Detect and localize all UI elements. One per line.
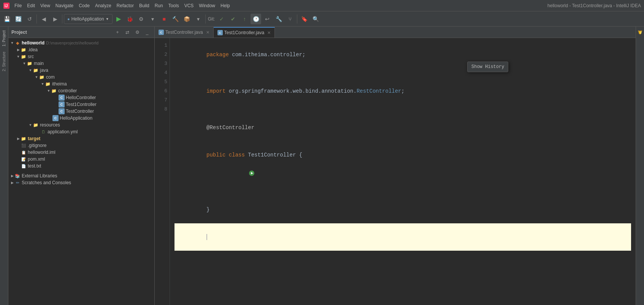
tree-item-iml[interactable]: 📋 helloworld.iml [8, 149, 154, 156]
tree-item-gitignore[interactable]: ⬛ .gitignore [8, 142, 154, 149]
folder-icon-java: 📁 [33, 67, 39, 73]
git-commit-button[interactable]: ✔ [228, 14, 238, 24]
menu-code[interactable]: Code [76, 2, 92, 9]
tree-item-test-txt[interactable]: 📄 test.txt [8, 163, 154, 169]
git-history-button[interactable]: 🕐 [251, 14, 261, 24]
forward-button[interactable]: ▶ [50, 14, 60, 24]
run-config-arrow: ▼ [106, 17, 109, 21]
git-label: Git: [208, 16, 215, 22]
git-branches-button[interactable]: ⑂ [285, 14, 295, 24]
menu-help[interactable]: Help [218, 2, 232, 9]
tree-item-test-controller[interactable]: C TestController [8, 108, 154, 115]
tab-test1-controller[interactable]: C Test1Controller.java ✕ [214, 27, 275, 38]
tasks-button[interactable]: ▾ [193, 14, 204, 24]
project-panel-settings-button[interactable]: ⚙ [133, 28, 141, 36]
tree-item-resources[interactable]: ▼ 📁 resources [8, 122, 154, 128]
tab-close-test-controller[interactable]: ✕ [206, 30, 209, 35]
folder-icon-main: 📁 [27, 60, 33, 66]
tree-arrow-java: ▼ [28, 68, 33, 72]
code-line-8[interactable] [174, 223, 631, 251]
tree-item-root[interactable]: ▼ ◆ helloworld D:\mavenprojects\hellowor… [8, 40, 154, 46]
tab-close-test1-controller[interactable]: ✕ [267, 30, 271, 35]
tree-item-java[interactable]: ▼ 📁 java [8, 67, 154, 74]
tree-item-main[interactable]: ▼ 📁 main [8, 60, 154, 67]
tree-item-pom[interactable]: 📝 pom.xml [8, 156, 154, 163]
menu-vcs[interactable]: VCS [182, 2, 196, 9]
project-panel-header: Project + ⇄ ⚙ _ [8, 27, 154, 38]
git-annotate-button[interactable]: 🔧 [273, 14, 284, 24]
menu-bar: File Edit View Navigate Code Analyze Ref… [12, 2, 547, 9]
menu-refactor[interactable]: Refactor [114, 2, 136, 9]
build-button[interactable]: 🔨 [170, 14, 181, 24]
stop-button[interactable]: ■ [159, 14, 170, 24]
tree-arrow-src: ▼ [16, 55, 21, 58]
text-cursor [206, 234, 207, 240]
project-panel-minimize-button[interactable]: _ [143, 28, 151, 36]
menu-edit[interactable]: Edit [25, 2, 37, 9]
run-gutter-icon[interactable] [208, 160, 255, 187]
git-icon: ⬛ [21, 142, 27, 149]
run-with-coverage-button[interactable]: ⚙ [136, 14, 147, 24]
tree-item-external-libraries[interactable]: ▶ 📚 External Libraries [8, 172, 154, 179]
git-rollback-button[interactable]: ↩ [262, 14, 273, 24]
folder-icon-idea: 📁 [21, 47, 27, 53]
menu-build[interactable]: Build [137, 2, 152, 9]
refresh-button[interactable]: ↺ [24, 14, 35, 24]
tree-item-application-yml[interactable]: 🗒 application.yml [8, 128, 154, 135]
menu-view[interactable]: View [38, 2, 52, 9]
run-button[interactable]: ▶ [113, 14, 124, 24]
tree-item-src[interactable]: ▼ 📁 src [8, 53, 154, 60]
menu-run[interactable]: Run [152, 2, 165, 9]
debug-button[interactable]: 🐞 [125, 14, 135, 24]
app-icon: IJ [3, 2, 10, 9]
tree-item-hello-controller[interactable]: C HelloController [8, 94, 154, 101]
more-run-button[interactable]: ▾ [148, 14, 158, 24]
folder-icon-itheima: 📁 [45, 81, 51, 87]
line-numbers: 1 2 3 4 5 6 7 8 [155, 38, 170, 305]
search-everywhere-button[interactable]: 🔍 [310, 14, 321, 24]
git-push-button[interactable]: ↑ [239, 14, 250, 24]
tree-item-target[interactable]: ▶ 📁 target [8, 135, 154, 142]
run-config-selector[interactable]: ● HelloApplication ▼ [64, 14, 113, 24]
tree-item-scratches[interactable]: ▶ ✏ Scratches and Consoles [8, 179, 154, 186]
synchronize-button[interactable]: 🔄 [13, 14, 24, 24]
panel-1-project[interactable]: 1: Project [1, 28, 7, 49]
back-button[interactable]: ◀ [38, 14, 49, 24]
tree-item-itheima[interactable]: ▼ 📁 itheima [8, 81, 154, 87]
scratches-icon: ✏ [14, 180, 21, 186]
project-panel-sync-button[interactable]: ⇄ [123, 28, 132, 36]
save-all-button[interactable]: 💾 [2, 14, 12, 24]
menu-analyze[interactable]: Analyze [93, 2, 114, 9]
menu-window[interactable]: Window [197, 2, 217, 9]
git-update-button[interactable]: ✓ [216, 14, 227, 24]
project-panel: Project + ⇄ ⚙ _ ▼ ◆ helloworld D:\mavenp… [8, 27, 155, 305]
svg-text:IJ: IJ [5, 4, 8, 8]
tab-test-controller[interactable]: C TestController.java ✕ [155, 27, 214, 38]
class-icon-test-controller: C [59, 108, 65, 114]
tree-item-controller[interactable]: ▼ 📁 controller [8, 87, 154, 94]
build-artifact-button[interactable]: 📦 [182, 14, 192, 24]
iml-icon: 📋 [21, 149, 27, 155]
tree-item-hello-application[interactable]: C HelloApplication [8, 115, 154, 122]
code-line-4 [174, 105, 631, 114]
panel-2-structure[interactable]: 2: Structure [1, 49, 7, 74]
tree-item-test1-controller[interactable]: C Test1Controller [8, 101, 154, 108]
right-panel-notifications[interactable]: 🔔 [637, 28, 643, 37]
editor-tabs: C TestController.java ✕ C Test1Controlle… [155, 27, 636, 38]
tab-icon-test-controller: C [159, 30, 164, 35]
menu-navigate[interactable]: Navigate [53, 2, 76, 9]
menu-tools[interactable]: Tools [166, 2, 181, 9]
code-editor[interactable]: 1 2 3 4 5 6 7 8 package com.itheima.cont… [155, 38, 636, 305]
code-line-6: public class Test1Controller { [174, 141, 631, 196]
class-icon-test1-controller: C [59, 101, 65, 107]
code-content[interactable]: package com.itheima.controller; import o… [170, 38, 636, 305]
xml-icon: 📝 [21, 156, 27, 162]
project-panel-title: Project [11, 30, 112, 35]
project-panel-add-button[interactable]: + [113, 28, 122, 36]
tree-item-idea[interactable]: ▶ 📁 .idea [8, 46, 154, 53]
bookmarks-button[interactable]: 🔖 [299, 14, 309, 24]
code-line-7: } [174, 196, 631, 223]
tree-arrow-external: ▶ [10, 174, 14, 178]
tree-item-com[interactable]: ▼ 📁 com [8, 74, 154, 81]
menu-file[interactable]: File [12, 2, 24, 9]
